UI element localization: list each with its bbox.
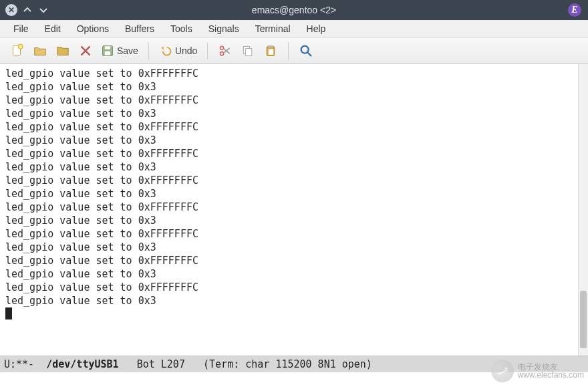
clipboard-icon [264, 44, 277, 57]
emacs-app-icon: E [568, 3, 581, 17]
menu-bar: File Edit Options Buffers Tools Signals … [0, 20, 588, 37]
scrollbar-thumb[interactable] [580, 291, 587, 348]
svg-point-5 [220, 46, 224, 49]
modeline-buffer-name: /dev/ttyUSB1 [46, 358, 118, 370]
svg-point-6 [220, 51, 224, 55]
new-file-icon [10, 43, 25, 58]
search-button[interactable] [295, 41, 317, 61]
svg-rect-11 [269, 49, 274, 54]
window-titlebar: ✕ emacs@gentoo <2> E [0, 0, 588, 20]
toolbar-separator [288, 42, 289, 59]
window-close-button[interactable]: ✕ [5, 4, 17, 16]
menu-file[interactable]: File [5, 20, 37, 37]
search-icon [299, 43, 313, 58]
buffer-area: led_gpio value set to 0xFFFFFFFC led_gpi… [0, 64, 588, 356]
copy-icon [241, 44, 255, 57]
svg-rect-4 [105, 51, 110, 55]
image-watermark: 电子发烧友 www.elecfans.com [491, 360, 584, 382]
toolbar-separator [207, 42, 208, 59]
watermark-text-2: www.elecfans.com [518, 371, 584, 379]
close-buffer-button[interactable] [75, 41, 96, 61]
modeline-spacer [119, 358, 137, 370]
modeline-position: Bot L207 [137, 358, 185, 370]
undo-button-label: Undo [175, 45, 197, 56]
modeline-prefix: U:**- [4, 358, 46, 370]
paste-button[interactable] [260, 41, 281, 61]
undo-arrow-icon [159, 44, 172, 57]
svg-point-13 [504, 368, 507, 370]
svg-rect-10 [269, 45, 273, 47]
window-shade-up-button[interactable] [21, 4, 33, 16]
menu-tools[interactable]: Tools [162, 20, 200, 37]
open-file-button[interactable] [29, 41, 51, 61]
save-button[interactable]: Save [98, 41, 142, 61]
close-icon [79, 44, 92, 57]
menu-terminal[interactable]: Terminal [247, 20, 299, 37]
menu-buffers[interactable]: Buffers [117, 20, 162, 37]
vertical-scrollbar[interactable] [578, 64, 588, 356]
cut-button[interactable] [214, 41, 236, 61]
copy-button[interactable] [237, 41, 259, 61]
folder-icon [55, 43, 70, 58]
modeline-mode: (Term: char 115200 8N1 open) [185, 358, 372, 370]
svg-rect-8 [246, 48, 252, 55]
menu-edit[interactable]: Edit [37, 20, 69, 37]
toolbar-separator [148, 42, 149, 59]
menu-help[interactable]: Help [299, 20, 334, 37]
window-title: emacs@gentoo <2> [0, 5, 588, 15]
save-button-label: Save [117, 45, 138, 56]
scissors-icon [218, 44, 232, 57]
open-directory-button[interactable] [52, 41, 74, 61]
tool-bar: Save Undo [0, 37, 588, 64]
menu-options[interactable]: Options [69, 20, 117, 37]
open-folder-icon [33, 43, 47, 58]
svg-point-1 [18, 43, 23, 48]
new-file-button[interactable] [7, 41, 28, 61]
menu-signals[interactable]: Signals [200, 20, 247, 37]
watermark-logo-icon [491, 360, 514, 382]
svg-rect-3 [105, 46, 110, 49]
undo-button[interactable]: Undo [156, 41, 200, 61]
save-floppy-icon [101, 44, 114, 57]
window-shade-down-button[interactable] [37, 4, 49, 16]
cursor [5, 307, 12, 319]
terminal-buffer[interactable]: led_gpio value set to 0xFFFFFFFC led_gpi… [0, 64, 577, 356]
